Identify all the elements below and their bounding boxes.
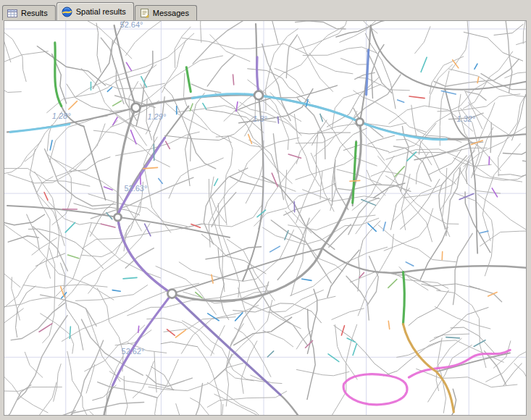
street-segment [141, 84, 154, 134]
lat-label: 52.64° [120, 21, 143, 29]
lat-label: 52.63° [125, 184, 148, 193]
street-segment [459, 168, 500, 193]
colored-geometry-segment [480, 231, 488, 233]
street-segment [268, 311, 301, 329]
colored-geometry-segment [167, 329, 175, 335]
street-segment [430, 56, 464, 93]
street-segment [451, 21, 468, 70]
globe-icon [62, 7, 72, 17]
street-segment [257, 21, 278, 43]
street-segment [298, 36, 333, 92]
lon-label: 1.32° [456, 114, 475, 123]
colored-geometry-segment [123, 277, 137, 278]
street-segment [25, 352, 42, 377]
street-segment [311, 153, 334, 211]
colored-geometry-segment [398, 100, 404, 102]
colored-geometry-segment [353, 344, 356, 356]
street-segment [155, 359, 179, 415]
street-segment [146, 375, 192, 386]
street-segment [438, 83, 486, 112]
street-segment [218, 203, 239, 298]
street-segment [37, 46, 105, 85]
street-segment [4, 21, 30, 62]
street-segment [327, 250, 359, 297]
street-segment [4, 141, 41, 176]
street-segment [330, 324, 357, 415]
message-icon [140, 8, 149, 18]
geometry-green [186, 67, 191, 92]
street-segment [67, 351, 93, 415]
street-segment [70, 340, 104, 415]
spatial-map-panel[interactable]: 52.64° 52.63° 52.62° 1.28° 1.29° 1.3° 1.… [4, 20, 527, 416]
street-segment [329, 224, 351, 247]
street-segment [162, 403, 181, 415]
street-segment [271, 220, 331, 283]
colored-geometry-segment [267, 351, 273, 357]
tab-messages[interactable]: Messages [135, 5, 197, 20]
street-segment [303, 47, 377, 55]
colored-geometry-segment [69, 101, 78, 109]
street-segment [81, 202, 140, 257]
roundabout [132, 104, 141, 112]
colored-geometry-segment [341, 326, 344, 335]
roundabout [114, 214, 122, 221]
colored-geometry-segment [474, 64, 477, 69]
street-segment [4, 308, 23, 390]
street-segment [8, 124, 105, 183]
road [322, 122, 361, 248]
colored-geometry-segment [270, 246, 280, 252]
street-segment [60, 263, 83, 350]
street-segment [97, 288, 123, 371]
colored-geometry-segment [383, 222, 385, 231]
colored-geometry-segment [328, 354, 339, 362]
colored-geometry-segment [101, 224, 115, 227]
street-segment [262, 44, 290, 121]
colored-geometry-segment [138, 326, 139, 332]
road [322, 248, 526, 273]
street-segment [46, 154, 72, 225]
colored-geometry-segment [65, 222, 75, 232]
street-segment [191, 84, 220, 93]
colored-geometry-segment [159, 179, 162, 184]
street-segment [389, 94, 520, 153]
colored-geometry-segment [421, 57, 427, 72]
street-segment [463, 51, 513, 109]
road [84, 126, 106, 200]
colored-geometry-segment [320, 114, 322, 121]
street-segment [453, 193, 493, 276]
colored-geometry-segment [208, 314, 219, 321]
street-segment [277, 218, 309, 280]
roundabout [254, 91, 263, 100]
colored-geometry-segment [446, 337, 460, 338]
street-segment [188, 404, 223, 415]
street-network [4, 21, 526, 415]
street-segment [41, 314, 74, 353]
street-segment [11, 303, 64, 340]
street-segment [464, 32, 522, 61]
street-segment [384, 272, 440, 290]
street-segment [58, 402, 144, 415]
street-segment [393, 146, 431, 181]
spatial-map[interactable]: 52.64° 52.63° 52.62° 1.28° 1.29° 1.3° 1.… [4, 21, 526, 415]
geometry-cyan [10, 124, 70, 132]
tab-results[interactable]: Results [2, 5, 56, 20]
street-segment [341, 59, 369, 65]
road [371, 25, 526, 90]
street-segment [503, 364, 522, 386]
street-segment [397, 340, 504, 362]
street-segment [514, 364, 526, 415]
colored-geometry-segment [166, 141, 170, 148]
street-segment [517, 33, 526, 45]
lon-label: 1.29° [147, 112, 166, 121]
street-segment [238, 170, 296, 192]
colored-geometry-segment [459, 194, 474, 200]
street-segment [4, 297, 54, 307]
road [114, 25, 136, 108]
street-segment [238, 288, 255, 330]
street-segment [303, 190, 380, 201]
street-segment [319, 114, 377, 167]
street-segment [96, 23, 101, 72]
tab-spatial-results[interactable]: Spatial results [57, 2, 134, 20]
colored-geometry-segment [140, 173, 141, 185]
street-segment [41, 295, 97, 326]
